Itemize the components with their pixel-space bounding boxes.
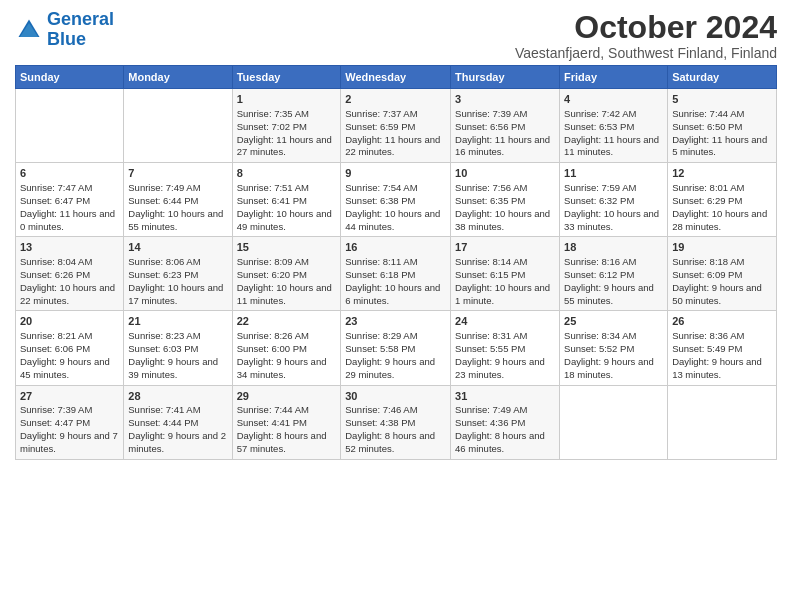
day-number: 20 [20,314,119,329]
day-info-line: Daylight: 8 hours and 46 minutes. [455,430,555,456]
day-info-line: Sunrise: 8:01 AM [672,182,772,195]
day-cell: 27Sunrise: 7:39 AMSunset: 4:47 PMDayligh… [16,385,124,459]
day-info-line: Sunrise: 8:21 AM [20,330,119,343]
day-info-line: Sunset: 6:00 PM [237,343,337,356]
day-cell [124,89,232,163]
day-cell: 1Sunrise: 7:35 AMSunset: 7:02 PMDaylight… [232,89,341,163]
day-info-line: Sunset: 6:20 PM [237,269,337,282]
day-cell: 10Sunrise: 7:56 AMSunset: 6:35 PMDayligh… [451,163,560,237]
day-number: 1 [237,92,337,107]
day-cell: 18Sunrise: 8:16 AMSunset: 6:12 PMDayligh… [560,237,668,311]
day-number: 16 [345,240,446,255]
day-info-line: Daylight: 9 hours and 45 minutes. [20,356,119,382]
col-tuesday: Tuesday [232,66,341,89]
day-cell: 5Sunrise: 7:44 AMSunset: 6:50 PMDaylight… [668,89,777,163]
day-info-line: Daylight: 9 hours and 7 minutes. [20,430,119,456]
day-info-line: Sunrise: 8:34 AM [564,330,663,343]
month-title: October 2024 [515,10,777,45]
day-number: 12 [672,166,772,181]
day-info-line: Sunrise: 8:23 AM [128,330,227,343]
day-info-line: Sunset: 6:32 PM [564,195,663,208]
day-number: 7 [128,166,227,181]
day-info-line: Sunrise: 8:04 AM [20,256,119,269]
day-info-line: Sunrise: 8:29 AM [345,330,446,343]
day-info-line: Daylight: 10 hours and 38 minutes. [455,208,555,234]
day-number: 9 [345,166,446,181]
day-number: 24 [455,314,555,329]
day-info-line: Sunrise: 7:41 AM [128,404,227,417]
day-info-line: Sunrise: 7:44 AM [672,108,772,121]
week-row-3: 13Sunrise: 8:04 AMSunset: 6:26 PMDayligh… [16,237,777,311]
day-info-line: Daylight: 9 hours and 34 minutes. [237,356,337,382]
day-number: 19 [672,240,772,255]
day-number: 8 [237,166,337,181]
day-info-line: Daylight: 9 hours and 39 minutes. [128,356,227,382]
day-cell: 31Sunrise: 7:49 AMSunset: 4:36 PMDayligh… [451,385,560,459]
day-info-line: Daylight: 10 hours and 6 minutes. [345,282,446,308]
day-info-line: Sunset: 6:44 PM [128,195,227,208]
day-cell: 8Sunrise: 7:51 AMSunset: 6:41 PMDaylight… [232,163,341,237]
day-number: 28 [128,389,227,404]
day-info-line: Sunset: 6:09 PM [672,269,772,282]
day-number: 22 [237,314,337,329]
day-number: 13 [20,240,119,255]
day-info-line: Daylight: 10 hours and 1 minute. [455,282,555,308]
day-number: 21 [128,314,227,329]
calendar-table: Sunday Monday Tuesday Wednesday Thursday… [15,65,777,459]
week-row-4: 20Sunrise: 8:21 AMSunset: 6:06 PMDayligh… [16,311,777,385]
day-info-line: Sunrise: 7:49 AM [128,182,227,195]
day-info-line: Sunrise: 7:54 AM [345,182,446,195]
day-number: 15 [237,240,337,255]
day-info-line: Sunrise: 8:11 AM [345,256,446,269]
week-row-1: 1Sunrise: 7:35 AMSunset: 7:02 PMDaylight… [16,89,777,163]
day-number: 6 [20,166,119,181]
day-info-line: Sunrise: 8:16 AM [564,256,663,269]
day-number: 31 [455,389,555,404]
col-sunday: Sunday [16,66,124,89]
day-info-line: Sunset: 4:41 PM [237,417,337,430]
day-info-line: Daylight: 11 hours and 27 minutes. [237,134,337,160]
day-info-line: Daylight: 9 hours and 23 minutes. [455,356,555,382]
day-info-line: Sunrise: 7:46 AM [345,404,446,417]
col-wednesday: Wednesday [341,66,451,89]
day-info-line: Sunrise: 7:39 AM [20,404,119,417]
day-info-line: Sunrise: 7:42 AM [564,108,663,121]
day-cell: 2Sunrise: 7:37 AMSunset: 6:59 PMDaylight… [341,89,451,163]
day-info-line: Daylight: 9 hours and 13 minutes. [672,356,772,382]
day-info-line: Daylight: 9 hours and 29 minutes. [345,356,446,382]
day-number: 23 [345,314,446,329]
day-number: 14 [128,240,227,255]
day-info-line: Daylight: 8 hours and 57 minutes. [237,430,337,456]
day-info-line: Sunset: 6:56 PM [455,121,555,134]
day-info-line: Sunrise: 8:06 AM [128,256,227,269]
day-info-line: Sunrise: 7:35 AM [237,108,337,121]
day-cell: 14Sunrise: 8:06 AMSunset: 6:23 PMDayligh… [124,237,232,311]
day-info-line: Daylight: 9 hours and 50 minutes. [672,282,772,308]
day-info-line: Sunset: 6:26 PM [20,269,119,282]
day-info-line: Sunset: 6:41 PM [237,195,337,208]
week-row-2: 6Sunrise: 7:47 AMSunset: 6:47 PMDaylight… [16,163,777,237]
day-cell: 28Sunrise: 7:41 AMSunset: 4:44 PMDayligh… [124,385,232,459]
day-cell: 24Sunrise: 8:31 AMSunset: 5:55 PMDayligh… [451,311,560,385]
day-info-line: Sunset: 4:44 PM [128,417,227,430]
day-cell: 17Sunrise: 8:14 AMSunset: 6:15 PMDayligh… [451,237,560,311]
day-cell: 20Sunrise: 8:21 AMSunset: 6:06 PMDayligh… [16,311,124,385]
day-info-line: Sunset: 6:47 PM [20,195,119,208]
day-info-line: Sunset: 4:47 PM [20,417,119,430]
day-info-line: Sunset: 5:49 PM [672,343,772,356]
day-info-line: Sunset: 6:15 PM [455,269,555,282]
day-number: 18 [564,240,663,255]
day-cell: 7Sunrise: 7:49 AMSunset: 6:44 PMDaylight… [124,163,232,237]
day-info-line: Daylight: 9 hours and 55 minutes. [564,282,663,308]
day-info-line: Daylight: 10 hours and 44 minutes. [345,208,446,234]
day-info-line: Daylight: 10 hours and 28 minutes. [672,208,772,234]
day-info-line: Sunset: 7:02 PM [237,121,337,134]
day-info-line: Sunrise: 7:47 AM [20,182,119,195]
day-info-line: Sunrise: 8:26 AM [237,330,337,343]
logo-line1: General [47,9,114,29]
logo-icon [15,16,43,44]
day-info-line: Sunrise: 8:18 AM [672,256,772,269]
day-cell: 13Sunrise: 8:04 AMSunset: 6:26 PMDayligh… [16,237,124,311]
header: General Blue October 2024 Vaestanfjaerd,… [15,10,777,61]
day-info-line: Sunset: 6:53 PM [564,121,663,134]
